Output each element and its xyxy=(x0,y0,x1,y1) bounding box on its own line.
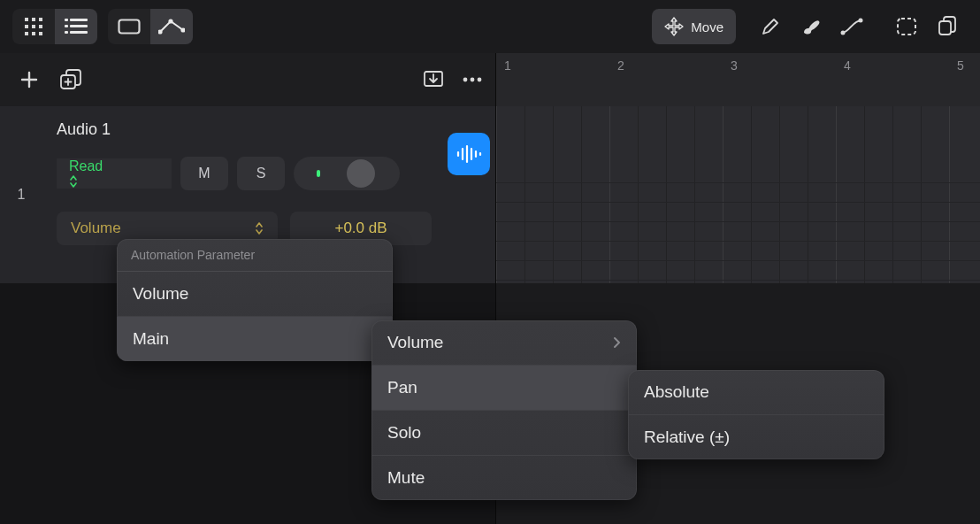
move-icon xyxy=(664,17,684,36)
marquee-icon xyxy=(896,17,917,36)
marquee-tool-button[interactable] xyxy=(886,9,927,44)
more-horizontal-icon xyxy=(462,76,483,83)
submenu-item-mute[interactable]: Mute xyxy=(371,455,637,500)
box-icon xyxy=(118,18,141,35)
svg-rect-11 xyxy=(65,25,68,27)
move-tool-label: Move xyxy=(691,19,724,35)
svg-rect-4 xyxy=(32,25,35,28)
brush-tool-button[interactable] xyxy=(791,9,831,44)
svg-rect-1 xyxy=(32,18,35,21)
copy-button[interactable] xyxy=(927,9,968,44)
duplicate-track-button[interactable] xyxy=(60,62,83,97)
grid-view-button[interactable] xyxy=(12,9,55,44)
time-ruler[interactable]: 1 2 3 4 5 xyxy=(495,53,980,106)
pencil-icon xyxy=(761,17,780,36)
automation-mode-button[interactable] xyxy=(150,9,193,44)
curve-icon xyxy=(840,17,863,36)
updown-caret-icon xyxy=(255,221,264,235)
track-name: Audio 1 xyxy=(57,120,483,139)
move-tool-button[interactable]: Move xyxy=(652,9,736,44)
svg-rect-13 xyxy=(65,31,68,34)
ruler-label: 4 xyxy=(844,58,851,73)
updown-caret-icon xyxy=(69,174,78,189)
catch-download-icon xyxy=(423,70,444,89)
svg-rect-8 xyxy=(39,32,42,35)
grid-icon xyxy=(24,17,43,36)
solo-button[interactable]: S xyxy=(237,157,285,190)
svg-point-26 xyxy=(471,78,475,82)
track-list-header xyxy=(0,53,495,106)
svg-point-19 xyxy=(841,31,846,35)
automation-mode-label: Read xyxy=(69,158,103,173)
svg-rect-22 xyxy=(939,21,951,35)
track-type-audio-icon[interactable] xyxy=(448,133,490,175)
ruler-label: 2 xyxy=(617,58,624,73)
automation-curve-icon xyxy=(158,18,185,35)
curve-tool-button[interactable] xyxy=(831,9,872,44)
chevron-right-icon xyxy=(612,335,621,350)
svg-rect-5 xyxy=(39,25,42,28)
svg-point-27 xyxy=(478,78,482,82)
svg-rect-9 xyxy=(65,19,68,21)
plus-icon xyxy=(19,70,39,89)
svg-rect-10 xyxy=(70,19,88,21)
region-mode-button[interactable] xyxy=(108,9,150,44)
more-button[interactable] xyxy=(462,62,483,97)
catch-button[interactable] xyxy=(423,62,444,97)
ruler-label: 5 xyxy=(957,58,964,73)
svg-rect-0 xyxy=(25,18,28,21)
level-indicator xyxy=(317,170,320,177)
svg-point-25 xyxy=(463,78,468,82)
list-view-button[interactable] xyxy=(55,9,97,44)
pencil-tool-button[interactable] xyxy=(750,9,791,44)
add-track-button[interactable] xyxy=(19,62,39,97)
view-mode-group xyxy=(12,9,97,44)
duplicate-icon xyxy=(60,69,83,90)
automation-mode-select[interactable]: Read xyxy=(57,158,172,189)
list-icon xyxy=(65,17,88,36)
mute-button[interactable]: M xyxy=(180,157,228,190)
svg-rect-3 xyxy=(25,25,28,28)
volume-slider[interactable] xyxy=(294,157,400,190)
ruler-label: 3 xyxy=(731,58,738,73)
copy-icon xyxy=(937,16,958,37)
svg-rect-15 xyxy=(119,20,140,34)
edit-mode-group xyxy=(108,9,193,44)
automation-parameter-menu: Automation Parameter Volume Main xyxy=(117,239,393,361)
pan-option-absolute[interactable]: Absolute xyxy=(628,370,884,414)
track-number: 1 xyxy=(0,106,42,283)
ruler-label: 1 xyxy=(504,58,511,73)
automation-param-label: Volume xyxy=(71,220,121,237)
svg-point-20 xyxy=(859,19,863,23)
svg-rect-21 xyxy=(898,19,915,35)
svg-rect-14 xyxy=(70,31,88,34)
brush-icon xyxy=(800,17,822,36)
svg-rect-2 xyxy=(39,18,42,21)
submenu-item-pan[interactable]: Pan xyxy=(371,365,637,410)
waveform-icon xyxy=(456,144,482,164)
svg-point-17 xyxy=(168,19,172,23)
pan-submenu: Absolute Relative (±) xyxy=(628,370,884,459)
automation-lane[interactable] xyxy=(496,106,980,283)
submenu-item-volume[interactable]: Volume xyxy=(371,320,637,365)
slider-knob[interactable] xyxy=(347,159,375,188)
svg-rect-6 xyxy=(25,32,28,35)
main-submenu: Volume Pan Solo Mute xyxy=(371,320,637,500)
pan-option-relative[interactable]: Relative (±) xyxy=(628,414,884,459)
submenu-item-solo[interactable]: Solo xyxy=(371,410,637,455)
menu-item-volume[interactable]: Volume xyxy=(117,272,393,316)
menu-header: Automation Parameter xyxy=(117,239,393,272)
svg-rect-12 xyxy=(70,25,88,27)
svg-rect-7 xyxy=(32,32,35,35)
menu-item-main[interactable]: Main xyxy=(117,316,393,361)
